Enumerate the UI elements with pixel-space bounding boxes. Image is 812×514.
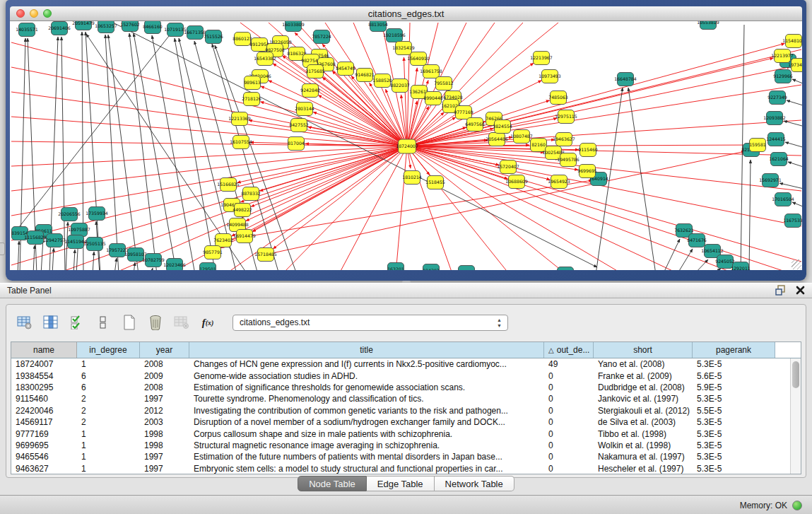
row-height-icon[interactable] xyxy=(95,314,112,331)
close-panel-icon[interactable] xyxy=(796,285,805,298)
network-canvas[interactable]: 1403557120691406205914791065325715276028… xyxy=(10,21,802,270)
graph-node[interactable]: 1810214 xyxy=(402,171,422,185)
table-row[interactable]: 911546021997Tourette syndrome. Phenomeno… xyxy=(11,393,790,404)
table-row[interactable]: 1872400712008Changes of HCN gene express… xyxy=(11,358,790,370)
graph-node[interactable]: 10973493 xyxy=(539,70,561,83)
table-row[interactable]: 2242004622012Investigating the contribut… xyxy=(11,405,790,416)
graph-node[interactable]: 19495786 xyxy=(557,153,579,167)
table-row[interactable]: 1830029562008Estimation of significance … xyxy=(11,382,790,393)
graph-node[interactable]: 7857224 xyxy=(312,30,331,44)
graph-node[interactable]: 10688609 xyxy=(505,175,528,189)
graph-node[interactable]: 15720407 xyxy=(497,160,519,174)
graph-node[interactable]: 8454749 xyxy=(336,62,355,76)
graph-node[interactable]: 1244415 xyxy=(766,133,786,146)
graph-node[interactable]: 9115460 xyxy=(578,144,598,157)
graph-node[interactable]: 12213369 xyxy=(228,112,251,126)
graph-node[interactable]: 1518455 xyxy=(425,176,445,189)
window-resize-grip[interactable] xyxy=(792,259,801,269)
graph-node[interactable]: 20591479 xyxy=(72,21,95,30)
graph-node[interactable]: 15692971 xyxy=(759,174,782,187)
graph-node[interactable]: 16543382 xyxy=(254,52,276,66)
left-panel-collapse-handle[interactable] xyxy=(0,243,5,255)
graph-node[interactable]: 16033809 xyxy=(282,21,305,32)
float-panel-icon[interactable] xyxy=(775,285,786,298)
graph-node[interactable]: 9777169 xyxy=(454,106,473,119)
scrollbar-thumb[interactable] xyxy=(792,361,799,388)
graph-hub-node[interactable]: 18724007 xyxy=(396,139,418,153)
graph-node[interactable]: 9242848 xyxy=(300,84,320,98)
graph-node[interactable]: 8471676 xyxy=(687,234,707,247)
graph-node[interactable]: 15718485 xyxy=(254,248,277,262)
graph-node[interactable]: 159581 xyxy=(749,139,766,152)
delete-table-icon[interactable] xyxy=(173,314,190,331)
create-column-icon[interactable] xyxy=(121,314,138,331)
graph-node[interactable]: 9227349 xyxy=(767,91,787,105)
graph-node[interactable]: 7515526 xyxy=(204,30,223,44)
graph-node[interactable]: 8878332 xyxy=(241,187,261,201)
graph-node[interactable]: 19654923 xyxy=(548,175,570,189)
graph-node[interactable]: 20691406 xyxy=(48,22,71,35)
graph-node[interactable]: 1621064 xyxy=(769,153,789,166)
graph-node[interactable]: 184302 xyxy=(423,264,440,271)
graph-node[interactable]: 8813054 xyxy=(368,21,388,32)
graph-node[interactable]: 120233 xyxy=(458,266,475,271)
graph-node[interactable]: 16648784 xyxy=(614,73,637,86)
graph-node[interactable]: 2803144 xyxy=(295,103,314,116)
graph-node[interactable]: 8466160 xyxy=(143,21,163,34)
column-header-out-degree[interactable]: △ out_de... xyxy=(544,342,594,358)
graph-node[interactable]: 1167533 xyxy=(783,214,802,228)
column-header-title[interactable]: title xyxy=(189,342,544,358)
tab-node-table[interactable]: Node Table xyxy=(298,476,367,491)
graph-node[interactable]: 8822037 xyxy=(390,79,410,93)
graph-node[interactable]: 19218596 xyxy=(383,29,406,42)
graph-node[interactable]: 9699695 xyxy=(577,165,597,178)
network-window[interactable]: citations_edges.txt 14035571206914062059… xyxy=(6,0,806,281)
table-row[interactable]: 946362711997Embryonic stem cells: a mode… xyxy=(11,463,790,474)
show-columns-icon[interactable] xyxy=(42,314,59,331)
graph-node[interactable]: 15166825 xyxy=(217,178,240,192)
select-attributes-icon[interactable] xyxy=(69,314,86,331)
graph-node[interactable]: 3824554 xyxy=(493,120,512,134)
graph-node[interactable]: 163201 xyxy=(387,263,404,271)
graph-node[interactable]: 7485063 xyxy=(548,91,568,105)
function-builder-icon[interactable]: f(x) xyxy=(199,314,216,331)
graph-node[interactable]: 9146821 xyxy=(355,69,375,82)
graph-node[interactable]: 10653257 xyxy=(95,21,117,33)
graph-node[interactable]: 17359934 xyxy=(86,207,108,221)
graph-node[interactable]: 20564486 xyxy=(486,133,508,146)
graph-node[interactable]: 8990448 xyxy=(423,92,443,105)
delete-column-icon[interactable] xyxy=(147,314,164,331)
graph-node[interactable]: 6497568 xyxy=(465,118,485,132)
graph-node[interactable]: 10975887 xyxy=(68,223,90,237)
graph-node[interactable]: 1292011 xyxy=(731,262,751,271)
column-header-year[interactable]: year xyxy=(140,342,189,358)
graph-node[interactable]: 7955812 xyxy=(434,77,454,90)
table-vertical-scrollbar[interactable] xyxy=(790,358,801,474)
table-row[interactable]: 969969511998Structural magnetic resonanc… xyxy=(11,440,790,451)
table-row[interactable]: 1456911722003Disruption of a novel membe… xyxy=(11,416,790,428)
table-row[interactable]: 946554611997Estimation of the future num… xyxy=(11,451,790,462)
graph-node[interactable]: 2718126 xyxy=(242,93,261,106)
graph-node[interactable]: 20206556 xyxy=(58,208,81,221)
graph-node[interactable]: 17016504 xyxy=(772,193,794,206)
graph-node[interactable]: 129501 xyxy=(199,263,216,271)
memory-status-indicator[interactable] xyxy=(792,501,802,510)
graph-node[interactable]: 11548108 xyxy=(782,35,802,48)
column-header-pagerank[interactable]: pagerank xyxy=(693,342,775,358)
graph-node[interactable]: 19463627 xyxy=(553,133,575,146)
graph-node[interactable]: 10807487 xyxy=(510,130,533,144)
graph-node[interactable]: 817004 xyxy=(288,137,305,151)
graph-node[interactable]: 10553819 xyxy=(697,21,719,30)
graph-node[interactable]: 4498222 xyxy=(233,204,252,217)
graph-node[interactable]: 10719135 xyxy=(164,23,187,37)
network-window-titlebar[interactable]: citations_edges.txt xyxy=(10,6,802,21)
graph-node[interactable]: 16671358 xyxy=(184,26,206,40)
table-settings-icon[interactable] xyxy=(16,314,33,331)
graph-node[interactable]: 12942757 xyxy=(43,234,66,247)
table-select-dropdown[interactable]: citations_edges.txt ▲▼ xyxy=(233,315,508,331)
table-row[interactable]: 977716911998Corpus callosum shape and si… xyxy=(11,428,790,439)
graph-node[interactable]: 9129966 xyxy=(773,70,793,83)
graph-node[interactable]: 8427552 xyxy=(289,119,309,132)
graph-node[interactable]: 1527602 xyxy=(120,21,140,32)
graph-node[interactable]: 14035571 xyxy=(16,23,38,37)
